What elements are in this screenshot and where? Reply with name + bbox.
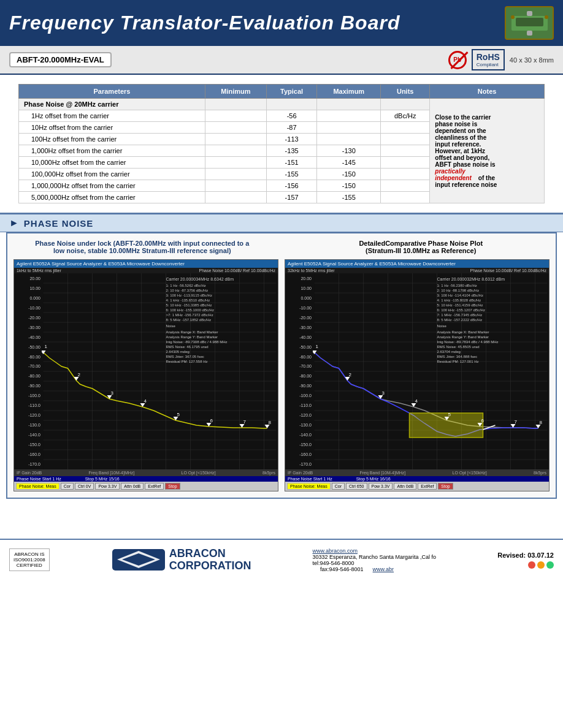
svg-text:Analysis Range Y: Band Marker: Analysis Range Y: Band Marker bbox=[166, 335, 218, 339]
btn-cor-left[interactable]: Cor bbox=[61, 483, 74, 490]
col-typical: Typical bbox=[266, 85, 317, 99]
page-title: Frequency Translator-Evaluation Board bbox=[9, 12, 400, 34]
svg-text:5: 5 bbox=[177, 412, 180, 417]
footer-tel: tel:949-546-8000 bbox=[313, 560, 437, 566]
btn-meas-right[interactable]: Phase Noise: Meas bbox=[287, 483, 331, 490]
svg-text:8: 8 bbox=[269, 420, 272, 425]
btn-extref-left[interactable]: ExtRef bbox=[145, 483, 164, 490]
max-100khz: -150 bbox=[317, 169, 381, 180]
plots-section: Phase Noise under lock (ABFT-20.00MHz wi… bbox=[6, 232, 557, 499]
typ-100hz: -113 bbox=[266, 134, 317, 145]
btn-ctrl-left[interactable]: Ctrl 0V bbox=[75, 483, 94, 490]
plot-left-title-bar: Agilent E5052A Signal Source Analyzer & … bbox=[14, 260, 278, 268]
svg-text:Carrier 20.000034MHz    8.6342: Carrier 20.000034MHz 8.6342 dBm bbox=[166, 277, 234, 281]
subtitle-bar: ABFT-20.000MHz-EVAL Pb RoHS Compliant 40… bbox=[0, 46, 563, 75]
svg-text:4: 4 bbox=[415, 398, 418, 404]
svg-text:1: 1 bbox=[316, 344, 319, 349]
svg-text:7: 1 MHz     -156.7345 dBc/Hz: 7: 1 MHz -156.7345 dBc/Hz bbox=[437, 313, 483, 317]
btn-pow-left[interactable]: Pow 3.3V bbox=[95, 483, 120, 490]
footer-logo: ABRACON CORPORATION bbox=[111, 546, 251, 574]
btn-cor-right[interactable]: Cor bbox=[332, 483, 345, 490]
abracon-logo-icon bbox=[111, 546, 166, 574]
plot-left-y-axis: 20.0010.000.000-10.00 -20.00-30.00-40.00… bbox=[14, 273, 42, 469]
svg-text:5: 10 kHz    -151.4159 dBc/Hz: 5: 10 kHz -151.4159 dBc/Hz bbox=[437, 303, 483, 307]
typ-100khz: -155 bbox=[266, 169, 317, 180]
plot-left-jitter: 1kHz to 5MHz rms jitter bbox=[17, 268, 61, 273]
col-units: Units bbox=[381, 85, 430, 99]
max-10khz: -145 bbox=[317, 157, 381, 169]
svg-text:5: 5 bbox=[448, 412, 451, 417]
param-1mhz: 1,000,000Hz offset from the carrier bbox=[19, 180, 205, 192]
svg-text:1: 1 Hz       -56.5262 dBc/Hz: 1: 1 Hz -56.5262 dBc/Hz bbox=[166, 284, 206, 287]
plot-right-subtitle: Phase Noise 10.00dB/ Ref 10.00dBc/Hz bbox=[470, 268, 546, 273]
param-100khz: 100,000Hz offset from the carrier bbox=[19, 169, 205, 180]
svg-text:3: 3 bbox=[382, 390, 385, 396]
section-arrow: ► bbox=[9, 218, 19, 229]
product-image bbox=[505, 6, 554, 40]
btn-attn-left[interactable]: Attn 0dB bbox=[121, 483, 144, 490]
svg-text:6: 6 bbox=[210, 418, 213, 423]
notes-text: Close to the carrierphase noise isdepend… bbox=[435, 114, 499, 188]
param-100hz: 100Hz offset from the carrier bbox=[19, 134, 205, 145]
btn-attn-right[interactable]: Attn 0dB bbox=[394, 483, 416, 490]
col-minimum: Minimum bbox=[205, 85, 266, 99]
svg-text:6: 6 bbox=[481, 418, 484, 423]
svg-text:7: 7 bbox=[243, 419, 247, 425]
svg-text:3: 100 Hz    -114.4104 dBc/Hz: 3: 100 Hz -114.4104 dBc/Hz bbox=[437, 294, 483, 297]
btn-pow-right[interactable]: Pow 3.3V bbox=[369, 483, 393, 490]
plot-left-title: Agilent E5052A Signal Source Analyzer & … bbox=[17, 261, 185, 267]
plot-right-bottom: IF Gain 20dB Freq Band [10M-4]MHz] LO Op… bbox=[285, 469, 549, 476]
param-1khz: 1,000Hz offset from the carrier bbox=[19, 145, 205, 157]
section-title: PHASE NOISE bbox=[24, 218, 94, 229]
footer-cert: ABRACON IS ISO9001:2008 CERTIFIED bbox=[9, 548, 50, 571]
btn-extref-right[interactable]: ExtRef bbox=[418, 483, 437, 490]
footer-fax: fax:949-546-8001 bbox=[320, 566, 364, 572]
col-parameters: Parameters bbox=[19, 85, 205, 99]
typ-1khz: -135 bbox=[266, 145, 317, 157]
btn-ctrl-right[interactable]: Ctrl 650 bbox=[346, 483, 367, 490]
size-text: 40 x 30 x 8mm bbox=[510, 56, 554, 64]
plot-left-status: Phase Noise Start 1 Hz Stop 5 MHz 15/16 bbox=[14, 476, 278, 482]
plot-right-title: Agilent E5052A Signal Source Analyzer & … bbox=[288, 261, 456, 267]
plot-left-buttons: Phase Noise: Meas Cor Ctrl 0V Pow 3.3V A… bbox=[14, 482, 278, 491]
max-1khz: -130 bbox=[317, 145, 381, 157]
svg-text:2: 2 bbox=[78, 372, 81, 377]
typ-5mhz: -157 bbox=[266, 192, 317, 203]
company-name1: ABRACON bbox=[169, 548, 251, 560]
phase-noise-header: ► PHASE NOISE bbox=[0, 213, 563, 232]
param-1hz: 1Hz offset from the carrier bbox=[19, 110, 205, 122]
footer-web2[interactable]: www.abr bbox=[373, 566, 394, 572]
plot-right: Agilent E5052A Signal Source Analyzer & … bbox=[285, 259, 550, 491]
footer-address: 30332 Esperanza, Rancho Santa Margarita … bbox=[313, 554, 437, 560]
plot-right-content: 20.0010.000.000-10.00 -20.00-30.00-40.00… bbox=[285, 273, 549, 469]
plots-container: Agilent E5052A Signal Source Analyzer & … bbox=[13, 259, 550, 491]
rohs-badge: RoHS Compliant bbox=[472, 49, 505, 70]
btn-meas-left[interactable]: Phase Noise: Meas bbox=[16, 483, 59, 490]
params-table: Parameters Minimum Typical Maximum Units… bbox=[18, 84, 545, 203]
plot-left: Agilent E5052A Signal Source Analyzer & … bbox=[13, 259, 278, 491]
footer-revised: Revised: 03.07.12 bbox=[497, 552, 554, 559]
svg-text:>7: 1 MHz    -156.7372 dBc/Hz: >7: 1 MHz -156.7372 dBc/Hz bbox=[166, 313, 213, 317]
btn-stop-right[interactable]: Stop bbox=[438, 483, 453, 490]
rohs-area: Pb RoHS Compliant 40 x 30 x 8mm bbox=[448, 49, 554, 70]
plot-right-main: 1 2 3 4 5 6 7 8 Carrier 20.000032MHz 8.6… bbox=[313, 273, 549, 469]
page-header: Frequency Translator-Evaluation Board bbox=[0, 0, 563, 46]
svg-text:Residual PM: 127.558 Hz: Residual PM: 127.558 Hz bbox=[166, 360, 208, 363]
svg-text:Noise: Noise bbox=[166, 324, 176, 328]
svg-text:RMS Jitter: 367.05 fsec: RMS Jitter: 367.05 fsec bbox=[166, 355, 204, 358]
svg-text:RMS Noise: 46.1795 urad: RMS Noise: 46.1795 urad bbox=[166, 345, 209, 349]
plot-right-buttons: Phase Noise: Meas Cor Ctrl 650 Pow 3.3V … bbox=[285, 482, 549, 491]
footer-website[interactable]: www.abracon.com bbox=[313, 548, 358, 554]
svg-point-3 bbox=[545, 15, 548, 19]
max-5mhz: -155 bbox=[317, 192, 381, 203]
svg-text:8: 8 bbox=[540, 420, 543, 425]
svg-text:2.63704 mdeg: 2.63704 mdeg bbox=[437, 350, 461, 354]
category-row: Phase Noise @ 20MHz carrier Close to the… bbox=[19, 99, 545, 110]
params-section: Parameters Minimum Typical Maximum Units… bbox=[0, 75, 563, 213]
btn-stop-left[interactable]: Stop bbox=[165, 483, 180, 490]
svg-text:Analysis Range Y: Band Marker: Analysis Range Y: Band Marker bbox=[437, 335, 489, 339]
company-name2: CORPORATION bbox=[169, 560, 251, 572]
svg-rect-6 bbox=[527, 31, 532, 36]
notes-practically: practically bbox=[435, 168, 465, 175]
svg-text:Carrier 20.000032MHz    8.6312: Carrier 20.000032MHz 8.6312 dBm bbox=[437, 277, 505, 281]
